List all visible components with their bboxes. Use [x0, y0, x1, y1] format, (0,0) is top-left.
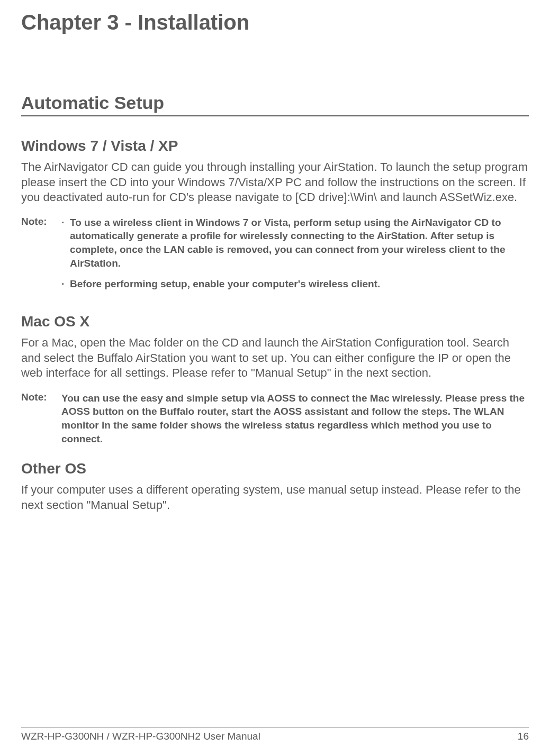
bullet-icon: ·	[61, 277, 70, 291]
note-label: Note:	[21, 391, 61, 446]
mac-body: For a Mac, open the Mac folder on the CD…	[21, 335, 529, 381]
windows-heading: Windows 7 / Vista / XP	[21, 138, 529, 154]
note-label: Note:	[21, 216, 61, 298]
page-number: 16	[518, 731, 529, 742]
note-content: · To use a wireless client in Windows 7 …	[61, 216, 529, 298]
windows-note-block: Note: · To use a wireless client in Wind…	[21, 216, 529, 298]
note-text: Before performing setup, enable your com…	[70, 277, 529, 291]
section-title: Automatic Setup	[21, 93, 529, 116]
bullet-icon: ·	[61, 216, 70, 270]
windows-body: The AirNavigator CD can guide you throug…	[21, 160, 529, 205]
note-text: You can use the easy and simple setup vi…	[61, 391, 529, 446]
other-body: If your computer uses a different operat…	[21, 482, 529, 513]
other-heading: Other OS	[21, 460, 529, 477]
chapter-title: Chapter 3 - Installation	[21, 11, 529, 34]
note-item: · To use a wireless client in Windows 7 …	[61, 216, 529, 270]
mac-note-block: Note: You can use the easy and simple se…	[21, 391, 529, 446]
page-footer: WZR-HP-G300NH / WZR-HP-G300NH2 User Manu…	[21, 727, 529, 742]
mac-heading: Mac OS X	[21, 313, 529, 330]
footer-left: WZR-HP-G300NH / WZR-HP-G300NH2 User Manu…	[21, 731, 260, 742]
note-text: To use a wireless client in Windows 7 or…	[70, 216, 529, 270]
note-item: · Before performing setup, enable your c…	[61, 277, 529, 291]
note-content: You can use the easy and simple setup vi…	[61, 391, 529, 446]
